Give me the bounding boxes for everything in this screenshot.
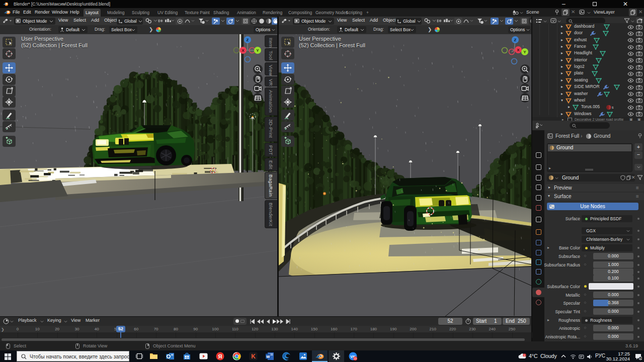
svg-text:X: X	[242, 48, 245, 53]
svg-text:Я: Я	[218, 353, 222, 359]
svg-text:Y: Y	[256, 48, 259, 53]
svg-text:Y: Y	[523, 50, 526, 54]
svg-text:X: X	[517, 48, 520, 52]
svg-text:23: 23	[354, 357, 357, 360]
svg-text:K: K	[251, 353, 256, 360]
svg-text:4: 4	[639, 356, 641, 359]
svg-text:Z: Z	[247, 38, 249, 42]
svg-text:Z: Z	[514, 38, 517, 42]
svg-text:W: W	[266, 354, 270, 359]
svg-text:1: 1	[524, 354, 525, 357]
